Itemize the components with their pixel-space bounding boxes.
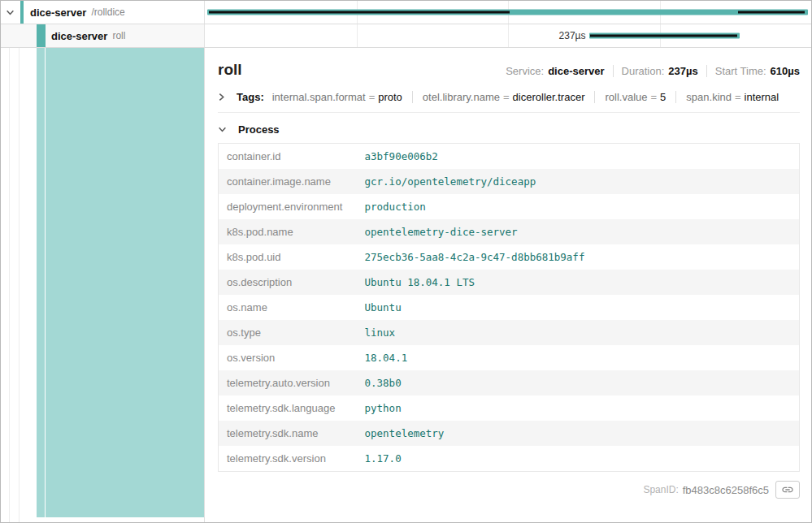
process-value: Ubuntu [357,295,800,320]
tag-key: roll.value [605,91,647,103]
process-row: telemetry.sdk.nameopentelemetry [219,421,800,446]
tag-item: span.kind=internal [675,91,779,103]
process-row: os.nameUbuntu [219,295,800,320]
operation-name: roll [112,30,125,41]
process-value: production [357,194,800,219]
process-row: os.typelinux [219,320,800,345]
process-value: 18.04.1 [357,345,800,370]
overview-service: Service: dice-server [506,65,604,77]
overview-start-time: Start Time: 610µs [706,65,800,77]
tag-equals: = [503,91,510,103]
critical-path-segment [590,35,737,37]
span-color-accent [20,1,24,24]
tag-value: diceroller.tracer [513,91,585,103]
process-key: deployment.environment [219,194,357,219]
overview-duration: Duration: 237µs [613,65,698,77]
process-key: os.type [219,320,357,345]
tag-equals: = [735,91,741,103]
span-name-cell[interactable]: dice-server roll [1,24,205,47]
span-timeline-cell[interactable]: 237µs [205,24,811,47]
process-row: os.version18.04.1 [219,345,800,370]
chevron-down-icon [218,125,227,134]
tag-key: internal.span.format [272,91,366,103]
operation-name: /rolldice [91,6,124,18]
span-timeline-cell[interactable] [205,1,811,24]
process-key: container.id [219,144,357,170]
tag-value: internal [745,91,779,103]
process-row: telemetry.sdk.languagepython [219,395,800,421]
chevron-down-icon[interactable] [6,8,15,17]
process-accordion-header[interactable]: Process [218,123,800,136]
process-row: deployment.environmentproduction [219,194,800,219]
span-color-block [46,48,204,517]
span-title: roll [218,61,242,79]
deep-link-button[interactable] [775,481,800,499]
spanid-label: SpanID: [643,484,678,495]
process-value: python [357,395,800,421]
span-row-roll[interactable]: dice-server roll 237µs [1,24,811,48]
span-row-rolldice[interactable]: dice-server /rolldice [1,1,811,24]
tag-item: internal.span.format=proto [272,91,402,103]
service-value: dice-server [548,65,604,77]
critical-path-segment [738,11,805,14]
process-row: telemetry.sdk.version1.17.0 [219,446,800,472]
start-time-value: 610µs [771,65,800,77]
process-key: os.description [219,270,357,295]
process-key: telemetry.auto.version [219,370,357,395]
process-value: 1.17.0 [357,446,800,472]
tag-value: proto [378,91,402,103]
span-overview: Service: dice-server Duration: 237µs Sta… [506,65,800,77]
process-value: 275ecb36-5aa8-4c2a-9c47-d8bb681b9aff [357,244,800,270]
process-key: k8s.pod.name [219,219,357,244]
spanid-value: fb483c8c6258f6c5 [683,484,769,496]
timeline-tick [508,24,509,47]
timeline-tick [357,24,358,47]
critical-path-segment [209,11,510,14]
process-row: os.descriptionUbuntu 18.04.1 LTS [219,270,800,295]
process-value: Ubuntu 18.04.1 LTS [357,270,800,295]
duration-label: Duration: [622,65,665,77]
process-key: telemetry.sdk.version [219,446,357,472]
tag-equals: = [651,91,658,103]
service-label: Service: [506,65,544,77]
tags-summary: internal.span.format=proto otel.library.… [272,91,779,103]
process-key: os.version [219,345,357,370]
process-value: opentelemetry [357,421,800,446]
service-name: dice-server [51,30,107,42]
span-detail-panel: roll Service: dice-server Duration: 237µ… [205,48,811,522]
span-detail-header: roll Service: dice-server Duration: 237µ… [218,61,800,79]
tag-key: span.kind [686,91,732,103]
tree-depth-guide [19,48,20,522]
process-value: a3bf90e006b2 [357,144,800,170]
process-value: 0.38b0 [357,370,800,395]
duration-value: 237µs [668,65,697,77]
service-name: dice-server [30,6,86,19]
span-tree-column [1,48,205,522]
process-key: container.image.name [219,169,357,194]
span-duration-label: 237µs [559,30,586,41]
process-row: k8s.pod.uid275ecb36-5aa8-4c2a-9c47-d8bb6… [219,244,800,270]
process-value: opentelemetry-dice-server [357,219,800,244]
span-color-strip [37,48,45,517]
process-key: telemetry.sdk.name [219,421,357,446]
process-value: gcr.io/opentelemetry/diceapp [357,169,800,194]
process-value: linux [357,320,800,345]
process-key: os.name [219,295,357,320]
tags-accordion-header[interactable]: Tags: internal.span.format=proto otel.li… [218,91,800,113]
tree-depth-guide [9,48,10,522]
process-row: telemetry.auto.version0.38b0 [219,370,800,395]
tags-label: Tags: [237,91,264,103]
tag-value: 5 [660,91,666,103]
process-row: container.ida3bf90e006b2 [219,144,800,170]
span-name-cell[interactable]: dice-server /rolldice [1,1,205,24]
jaeger-trace-detail-view: dice-server /rolldice dice-server roll 2… [0,0,812,523]
span-detail-footer: SpanID: fb483c8c6258f6c5 [218,481,800,508]
start-time-label: Start Time: [715,65,766,77]
span-color-accent [37,24,46,47]
process-row: k8s.pod.nameopentelemetry-dice-server [219,219,800,244]
tag-item: roll.value=5 [594,91,666,103]
process-key: telemetry.sdk.language [219,395,357,421]
process-label: Process [238,123,280,136]
process-key: k8s.pod.uid [219,244,357,270]
tag-equals: = [369,91,376,103]
